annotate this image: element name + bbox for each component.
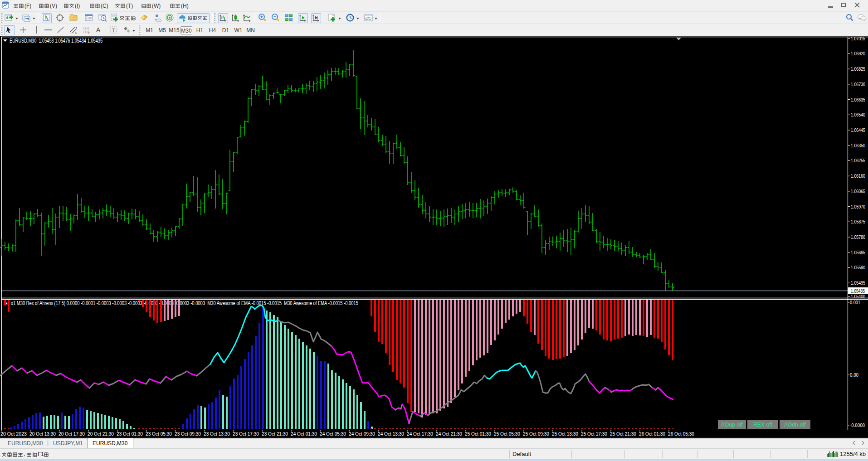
svg-text:1.05590: 1.05590 [851,265,865,270]
svg-text:1.05780: 1.05780 [851,234,865,240]
svg-text:1.06920: 1.06920 [851,51,865,56]
svg-text:24 Oct 17:30: 24 Oct 17:30 [407,431,433,437]
svg-text:E: E [75,31,78,34]
svg-text:F: F [88,31,90,34]
svg-text:20 Oct 2023: 20 Oct 2023 [0,431,27,437]
svg-text:REX-off: REX-off [753,422,772,428]
svg-text:1.05435: 1.05435 [851,288,865,294]
svg-text:25 Oct 21:30: 25 Oct 21:30 [610,431,636,437]
svg-text:20 Oct 13:30: 20 Oct 13:30 [29,431,56,437]
svg-text:rex o1 M30 Rex of Ahrens (17 5: rex o1 M30 Rex of Ahrens (17 5) 0.0000 -… [4,300,358,306]
svg-text:1.06730: 1.06730 [851,82,865,87]
svg-text:20 Oct 17:30: 20 Oct 17:30 [59,431,85,437]
svg-text:23 Oct 09:30: 23 Oct 09:30 [175,431,201,437]
svg-text:26 Oct 05:30: 26 Oct 05:30 [668,431,694,437]
svg-text:25 Oct 17:30: 25 Oct 17:30 [581,431,607,437]
svg-text:1.05875: 1.05875 [851,219,865,224]
svg-text:1.06540: 1.06540 [851,112,865,117]
svg-text:AOup-off: AOup-off [721,422,743,428]
svg-text:23 Oct 13:30: 23 Oct 13:30 [204,431,230,437]
svg-text:25 Oct 05:30: 25 Oct 05:30 [494,431,520,437]
svg-text:1.06445: 1.06445 [851,127,865,133]
svg-text:1.06350: 1.06350 [851,143,865,148]
svg-text:24 Oct 13:30: 24 Oct 13:30 [378,431,404,437]
svg-text:AOdn-off: AOdn-off [784,422,806,428]
svg-text:1.05400: 1.05400 [851,294,865,299]
svg-text:25 Oct 01:30: 25 Oct 01:30 [465,431,491,437]
svg-text:25 Oct 09:30: 25 Oct 09:30 [523,431,549,437]
svg-text:23 Oct 01:30: 23 Oct 01:30 [117,431,143,437]
svg-text:23 Oct 21:30: 23 Oct 21:30 [262,431,288,437]
svg-text:1.06255: 1.06255 [851,158,865,163]
svg-text:0.00: 0.00 [850,372,858,378]
svg-text:24 Oct 05:30: 24 Oct 05:30 [320,431,346,437]
svg-text:23 Oct 05:30: 23 Oct 05:30 [146,431,172,437]
svg-text:23 Oct 17:30: 23 Oct 17:30 [233,431,259,437]
svg-text:1.06160: 1.06160 [851,173,865,179]
svg-text:25 Oct 13:30: 25 Oct 13:30 [552,431,578,437]
svg-text:0.001: 0.001 [850,300,860,305]
svg-text:24 Oct 09:30: 24 Oct 09:30 [349,431,375,437]
svg-text:-0.0008: -0.0008 [850,422,865,428]
svg-text:1.07015: 1.07015 [851,36,865,41]
svg-text:24 Oct 01:30: 24 Oct 01:30 [291,431,317,437]
svg-text:1.06635: 1.06635 [851,97,865,102]
svg-text:EURUSD,M30 1.05453 1.05476 1.: EURUSD,M30 1.05453 1.05476 1.05434 1.054… [10,38,102,44]
svg-text:T: T [112,28,115,33]
svg-text:1.06065: 1.06065 [851,189,865,194]
svg-text:1.05495: 1.05495 [851,280,865,286]
svg-text:1.06825: 1.06825 [851,66,865,72]
svg-text:20 Oct 21:30: 20 Oct 21:30 [88,431,114,437]
svg-text:1.05970: 1.05970 [851,204,865,209]
svg-text:24 Oct 21:30: 24 Oct 21:30 [436,431,462,437]
svg-text:26 Oct 01:30: 26 Oct 01:30 [639,431,665,437]
svg-text:1.05685: 1.05685 [851,250,865,255]
